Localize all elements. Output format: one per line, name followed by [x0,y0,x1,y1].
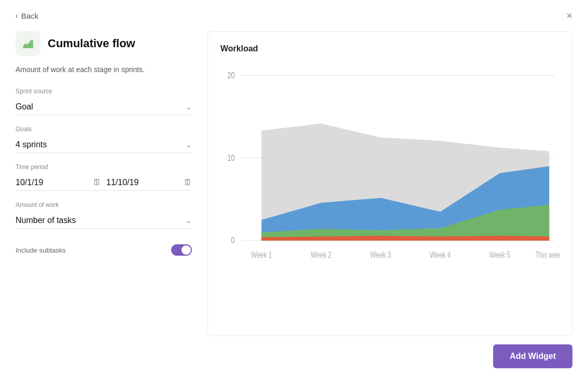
calendar-end-icon[interactable]: 🗓 [184,178,192,187]
svg-text:0: 0 [231,235,235,245]
date-end-value: 11/10/19 [106,178,178,187]
right-panel: Workload 20 10 0 [207,31,572,368]
sprint-source-value: Goal [16,102,33,112]
widget-title: Cumulative flow [48,37,135,50]
back-button[interactable]: ‹ Back [16,11,38,20]
include-subtasks-row: Include subtasks [16,244,192,256]
include-subtasks-label: Include subtasks [16,246,66,254]
time-period-group: Time period 10/1/19 🗓 11/10/19 🗓 [16,163,192,191]
top-bar: ‹ Back × [16,10,572,21]
sprint-source-group: Sprint source Goal ⌄ [16,88,192,115]
left-panel: Cumulative flow Amount of work at each s… [16,31,192,368]
workload-chart: 20 10 0 [220,62,559,323]
svg-text:Week 3: Week 3 [370,250,391,259]
sprint-source-select[interactable]: Goal ⌄ [16,99,192,115]
svg-text:Week 1: Week 1 [251,250,272,259]
svg-text:Week 2: Week 2 [311,250,331,259]
add-widget-button[interactable]: Add Widget [493,344,572,368]
back-chevron-icon: ‹ [16,11,18,20]
main-content: Cumulative flow Amount of work at each s… [16,31,572,368]
include-subtasks-toggle[interactable] [171,244,192,256]
amount-of-work-select[interactable]: Number of tasks ⌄ [16,213,192,229]
widget-icon-container [16,31,40,56]
amount-of-work-label: Amount of work [16,201,192,209]
widget-description: Amount of work at each stage in sprints. [16,64,192,75]
close-button[interactable]: × [566,10,572,21]
widget-header: Cumulative flow [16,31,192,56]
goals-group: Goals 4 sprints ⌄ [16,126,192,153]
back-label: Back [21,11,38,20]
chart-card: Workload 20 10 0 [207,31,572,336]
svg-text:20: 20 [227,70,234,80]
chart-area: 20 10 0 [220,62,559,323]
amount-of-work-group: Amount of work Number of tasks ⌄ [16,201,192,229]
sprint-source-chevron-icon: ⌄ [186,103,192,111]
svg-text:Week 5: Week 5 [489,250,510,259]
svg-text:Week 4: Week 4 [430,250,451,259]
calendar-start-icon[interactable]: 🗓 [93,178,101,187]
goals-value: 4 sprints [16,140,47,149]
close-icon: × [566,10,572,21]
date-start-value: 10/1/19 [16,178,88,187]
time-period-label: Time period [16,163,192,171]
date-row: 10/1/19 🗓 11/10/19 🗓 [16,175,192,191]
goals-label: Goals [16,126,192,133]
amount-of-work-value: Number of tasks [16,216,76,225]
goals-select[interactable]: 4 sprints ⌄ [16,137,192,153]
cumulative-flow-icon [21,37,35,50]
goals-chevron-icon: ⌄ [186,141,192,149]
sprint-source-label: Sprint source [16,88,192,95]
amount-of-work-chevron-icon: ⌄ [186,216,192,225]
chart-title: Workload [220,44,559,53]
svg-text:This week: This week [535,250,559,259]
svg-text:10: 10 [227,152,234,162]
add-widget-row: Add Widget [207,344,572,368]
